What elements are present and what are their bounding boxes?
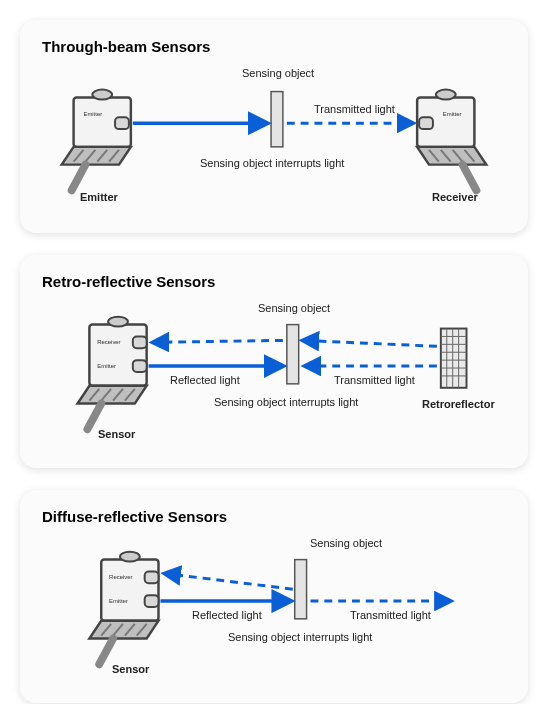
sensor-device-icon: Receiver Emitter xyxy=(89,552,158,665)
svg-text:Emitter: Emitter xyxy=(97,363,116,369)
svg-text:Emitter: Emitter xyxy=(109,598,128,604)
scene-svg: Receiver Emitter xyxy=(42,531,506,681)
label-transmitted-light: Transmitted light xyxy=(334,374,415,386)
retroreflector-icon xyxy=(441,329,467,388)
svg-rect-43 xyxy=(145,595,159,607)
panel-title: Through-beam Sensors xyxy=(42,38,506,55)
sensor-device-icon: Receiver Emitter xyxy=(78,317,147,430)
svg-text:Receiver: Receiver xyxy=(109,574,132,580)
scene-svg: Receiver Emitter xyxy=(42,296,506,446)
svg-line-51 xyxy=(99,639,113,665)
label-sensing-object: Sensing object xyxy=(258,302,330,314)
beam-diffuse-reflect xyxy=(164,573,292,589)
svg-rect-30 xyxy=(441,329,467,388)
label-reflected-light: Reflected light xyxy=(192,609,262,621)
label-reflected-light: Reflected light xyxy=(170,374,240,386)
diagram-through-beam: Emitter Emitter Sensing object xyxy=(42,61,506,211)
beam-reflect-right xyxy=(303,340,437,346)
emitter-device-icon: Emitter xyxy=(62,90,131,191)
beam-reflect-left xyxy=(153,340,283,342)
svg-marker-46 xyxy=(89,621,158,639)
panel-through-beam: Through-beam Sensors Emitter xyxy=(20,20,528,233)
svg-point-19 xyxy=(108,317,128,327)
svg-rect-21 xyxy=(133,360,147,372)
label-transmitted-light: Transmitted light xyxy=(314,103,395,115)
svg-text:Receiver: Receiver xyxy=(97,339,120,345)
label-retroreflector: Retroreflector xyxy=(422,398,495,410)
sensing-object-icon xyxy=(295,560,307,619)
svg-marker-3 xyxy=(62,147,131,165)
svg-marker-24 xyxy=(78,386,147,404)
lens-label: Emitter xyxy=(83,111,102,117)
label-transmitted-light: Transmitted light xyxy=(350,609,431,621)
svg-line-17 xyxy=(463,165,477,191)
panel-title: Diffuse-reflective Sensors xyxy=(42,508,506,525)
diagram-diffuse: Receiver Emitter Sensing object Reflecte… xyxy=(42,531,506,681)
svg-rect-2 xyxy=(115,117,129,129)
panel-title: Retro-reflective Sensors xyxy=(42,273,506,290)
label-sensor: Sensor xyxy=(98,428,135,440)
svg-rect-20 xyxy=(133,336,147,348)
receiver-device-icon: Emitter xyxy=(417,90,486,191)
svg-rect-42 xyxy=(145,571,159,583)
label-interrupts: Sensing object interrupts light xyxy=(214,396,358,408)
label-sensor: Sensor xyxy=(112,663,149,675)
lens-label: Emitter xyxy=(443,111,462,117)
label-sensing-object: Sensing object xyxy=(242,67,314,79)
sensing-object-icon xyxy=(271,92,283,147)
label-emitter: Emitter xyxy=(80,191,118,203)
label-receiver: Receiver xyxy=(432,191,478,203)
svg-point-10 xyxy=(436,90,456,100)
svg-marker-12 xyxy=(417,147,486,165)
svg-rect-18 xyxy=(89,325,146,386)
svg-line-29 xyxy=(87,404,101,430)
svg-rect-11 xyxy=(419,117,433,129)
scene-svg: Emitter Emitter xyxy=(42,61,506,211)
sensing-object-icon xyxy=(287,325,299,384)
diagram-retro: Receiver Emitter xyxy=(42,296,506,446)
panel-retro-reflective: Retro-reflective Sensors Receiver Emitte… xyxy=(20,255,528,468)
svg-point-1 xyxy=(92,90,112,100)
label-sensing-object: Sensing object xyxy=(310,537,382,549)
svg-line-8 xyxy=(72,165,86,191)
label-interrupts: Sensing object interrupts light xyxy=(200,157,344,169)
svg-rect-40 xyxy=(101,560,158,621)
label-interrupts: Sensing object interrupts light xyxy=(228,631,372,643)
svg-point-41 xyxy=(120,552,140,562)
panel-diffuse-reflective: Diffuse-reflective Sensors Receiver Emit… xyxy=(20,490,528,703)
